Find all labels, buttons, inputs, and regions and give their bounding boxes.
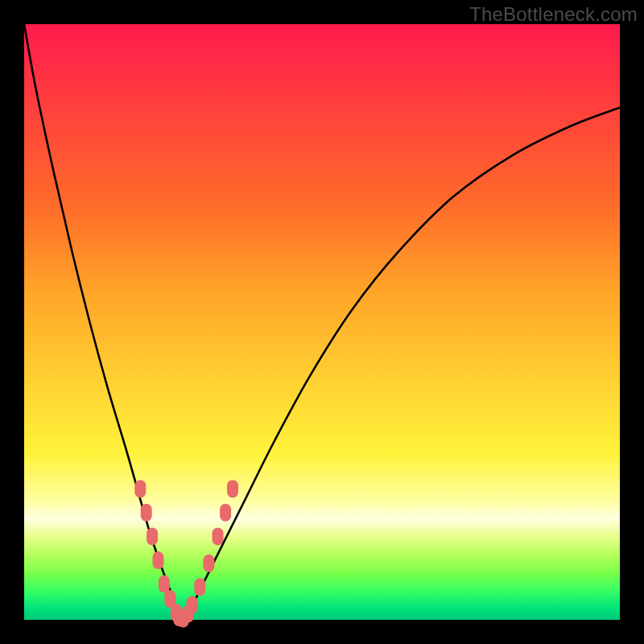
marker-dot — [203, 555, 214, 572]
marker-dot — [141, 504, 152, 522]
highlight-markers — [134, 480, 238, 627]
marker-dot — [194, 578, 205, 596]
marker-dot — [227, 480, 238, 497]
marker-dot — [147, 527, 158, 545]
chart-frame: TheBottleneck.com — [0, 0, 644, 644]
marker-dot — [153, 551, 164, 569]
marker-dot — [220, 504, 231, 522]
marker-dot — [187, 597, 198, 614]
plot-area — [24, 24, 620, 620]
marker-dot — [134, 480, 146, 497]
bottleneck-curve — [24, 24, 620, 620]
chart-svg — [24, 24, 620, 620]
marker-dot — [213, 527, 224, 545]
marker-dot — [159, 576, 170, 593]
watermark-text: TheBottleneck.com — [469, 3, 638, 26]
